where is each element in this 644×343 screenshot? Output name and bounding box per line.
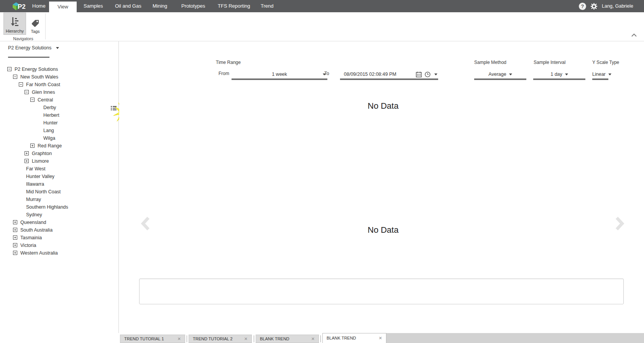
tree-row-glen-innes[interactable]: Glen Innes bbox=[0, 88, 119, 96]
tree-row-victoria[interactable]: Victoria bbox=[0, 242, 119, 249]
tree-node-label[interactable]: Murray bbox=[26, 196, 41, 203]
chevron-left-icon[interactable] bbox=[140, 216, 151, 231]
help-icon[interactable]: ? bbox=[579, 3, 586, 10]
close-icon[interactable]: ✕ bbox=[379, 333, 382, 343]
tree-node-label[interactable]: Tasmainia bbox=[20, 234, 42, 242]
user-name[interactable]: Lang, Gabriele bbox=[602, 3, 633, 9]
tree-expand-icon[interactable] bbox=[13, 251, 17, 255]
tree-row-illawarra[interactable]: Illawarra bbox=[0, 180, 119, 188]
tree-node-label[interactable]: Western Australia bbox=[20, 249, 58, 257]
nav-item-mining[interactable]: Mining bbox=[153, 0, 167, 12]
tree-row-lismore[interactable]: Lismore bbox=[0, 157, 119, 165]
tree-node-label[interactable]: Derby bbox=[43, 104, 56, 111]
tree-collapse-icon[interactable] bbox=[13, 75, 17, 79]
tree-node-label[interactable]: P2 Energy Solutions bbox=[15, 65, 58, 73]
tree-node-label[interactable]: Wilga bbox=[43, 134, 55, 142]
tree-row-red-range[interactable]: Red Range bbox=[0, 142, 119, 150]
tree-node-label[interactable]: Sydney bbox=[26, 211, 42, 219]
tree-node-label[interactable]: Queensland bbox=[20, 219, 46, 226]
close-icon[interactable]: ✕ bbox=[244, 335, 248, 343]
tree-row-south-australia[interactable]: South Australia bbox=[0, 226, 119, 234]
tree-row-hunter-valley[interactable]: Hunter Valley bbox=[0, 173, 119, 180]
legend-box[interactable] bbox=[139, 279, 624, 304]
tree-node-label[interactable]: Lang bbox=[43, 127, 54, 134]
tree-expand-icon[interactable] bbox=[25, 151, 29, 155]
tree-row-wilga[interactable]: Wilga bbox=[0, 134, 119, 142]
tree-node-label[interactable]: Illawarra bbox=[26, 180, 44, 188]
tree-collapse-icon[interactable] bbox=[19, 82, 23, 87]
tree-row-new-south-wales[interactable]: New South Wales bbox=[0, 73, 119, 81]
tree-node-label[interactable]: New South Wales bbox=[20, 73, 58, 81]
scope-selector[interactable]: P2 Energy Solutions bbox=[8, 45, 59, 51]
tree-node-label[interactable]: Red Range bbox=[38, 142, 62, 150]
tree-row-lang[interactable]: Lang bbox=[0, 127, 119, 134]
trend-tab-1[interactable]: TREND TUTORIAL 1✕ bbox=[120, 335, 185, 343]
tree-row-derby[interactable]: Derby bbox=[0, 104, 119, 111]
tree-row-far-west[interactable]: Far West bbox=[0, 165, 119, 173]
nav-item-home[interactable]: Home bbox=[32, 0, 46, 12]
hierarchy-button[interactable]: Hierarchy bbox=[3, 13, 26, 35]
tree-node-label[interactable]: Hunter Valley bbox=[26, 173, 54, 180]
tree-row-murray[interactable]: Murray bbox=[0, 196, 119, 203]
calendar-icon[interactable] bbox=[416, 72, 422, 77]
y-scale-type-select[interactable]: Linear bbox=[592, 70, 608, 80]
tree-collapse-icon[interactable] bbox=[25, 90, 29, 94]
ribbon: Hierarchy Tags Navigators bbox=[0, 12, 644, 41]
tree-expand-icon[interactable] bbox=[13, 220, 17, 224]
tree-node-label[interactable]: Graphton bbox=[32, 150, 52, 157]
tree-node-label[interactable]: Southern Highlands bbox=[26, 203, 68, 211]
nav-item-prototypes[interactable]: Prototypes bbox=[181, 0, 205, 12]
tree-expand-icon[interactable] bbox=[30, 144, 34, 148]
tree-collapse-icon[interactable] bbox=[7, 67, 12, 71]
tree-node-label[interactable]: Lismore bbox=[32, 157, 49, 165]
tree-expand-icon[interactable] bbox=[25, 159, 29, 163]
collapse-ribbon-icon[interactable] bbox=[631, 33, 637, 38]
close-icon[interactable]: ✕ bbox=[177, 335, 181, 343]
nav-item-tfs-reporting[interactable]: TFS Reporting bbox=[218, 0, 250, 12]
trend-tab-4[interactable]: BLANK TREND✕ bbox=[322, 333, 386, 343]
from-range-select[interactable]: 1 week bbox=[232, 70, 327, 80]
tree-node-label[interactable]: Hunter bbox=[43, 119, 58, 127]
tree-row-queensland[interactable]: Queensland bbox=[0, 219, 119, 226]
tree-row-western-australia[interactable]: Western Australia bbox=[0, 249, 119, 257]
tree-row-central[interactable]: Central bbox=[0, 96, 119, 104]
tree-row-p2-energy-solutions[interactable]: P2 Energy Solutions bbox=[0, 65, 119, 73]
tree-node-label[interactable]: Far North Coast bbox=[26, 81, 60, 88]
tree-row-herbert[interactable]: Herbert bbox=[0, 111, 119, 119]
chart-no-data-message: No Data bbox=[368, 101, 399, 111]
tree-node-label[interactable]: Victoria bbox=[20, 242, 36, 249]
tree-row-sydney[interactable]: Sydney bbox=[0, 211, 119, 219]
tree-node-label[interactable]: Far West bbox=[26, 165, 45, 173]
chevron-right-icon[interactable] bbox=[614, 216, 625, 231]
tags-button[interactable]: Tags bbox=[28, 13, 43, 35]
tree-collapse-icon[interactable] bbox=[30, 98, 34, 102]
tree-node-label[interactable]: Glen Innes bbox=[32, 88, 55, 96]
tree-row-hunter[interactable]: Hunter bbox=[0, 119, 119, 127]
tree-row-mid-north-coast[interactable]: Mid North Coast bbox=[0, 188, 119, 196]
chevron-down-icon[interactable] bbox=[434, 74, 437, 75]
tree-expand-icon[interactable] bbox=[13, 243, 17, 247]
nav-item-view[interactable]: View bbox=[49, 2, 77, 12]
tree-row-graphton[interactable]: Graphton bbox=[0, 150, 119, 157]
to-datetime-value: 08/09/2015 02:08:49 PM bbox=[344, 72, 396, 77]
tree-row-far-north-coast[interactable]: Far North Coast bbox=[0, 81, 119, 88]
tree-node-label[interactable]: Central bbox=[38, 96, 53, 104]
tree-row-tasmainia[interactable]: Tasmainia bbox=[0, 234, 119, 242]
trend-tab-2[interactable]: TREND TUTORIAL 2✕ bbox=[189, 335, 252, 343]
tree-row-southern-highlands[interactable]: Southern Highlands bbox=[0, 203, 119, 211]
gear-icon[interactable] bbox=[591, 3, 597, 10]
sample-method-select[interactable]: Average bbox=[474, 70, 526, 80]
close-icon[interactable]: ✕ bbox=[311, 335, 315, 343]
nav-item-oil-and-gas[interactable]: Oil and Gas bbox=[115, 0, 141, 12]
nav-item-samples[interactable]: Samples bbox=[84, 0, 103, 12]
sample-interval-select[interactable]: 1 day bbox=[533, 70, 585, 80]
clock-icon[interactable] bbox=[425, 72, 430, 77]
tree-expand-icon[interactable] bbox=[13, 235, 17, 240]
nav-item-trend[interactable]: Trend bbox=[261, 0, 273, 12]
to-datetime-field[interactable]: 08/09/2015 02:08:49 PM bbox=[340, 70, 438, 80]
tree-node-label[interactable]: Mid North Coast bbox=[26, 188, 61, 196]
trend-tab-3[interactable]: BLANK TREND✕ bbox=[256, 335, 319, 343]
tree-node-label[interactable]: Herbert bbox=[43, 111, 59, 119]
tree-expand-icon[interactable] bbox=[13, 228, 17, 232]
tree-node-label[interactable]: South Australia bbox=[20, 226, 53, 234]
